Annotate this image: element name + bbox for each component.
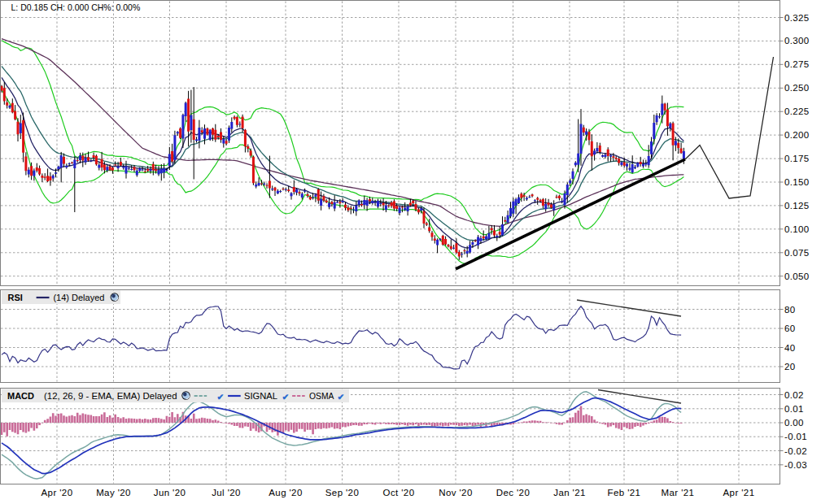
- svg-text:Apr '21: Apr '21: [723, 488, 755, 497]
- svg-text:0.100: 0.100: [784, 224, 810, 234]
- svg-text:Oct '20: Oct '20: [383, 488, 415, 497]
- svg-text:0.075: 0.075: [784, 248, 810, 258]
- svg-text:0.00: 0.00: [784, 418, 804, 428]
- svg-text:(12, 26, 9 - EMA, EMA) Delayed: (12, 26, 9 - EMA, EMA) Delayed: [44, 391, 177, 401]
- svg-text:MACD: MACD: [7, 391, 34, 401]
- svg-text:(14) Delayed: (14) Delayed: [53, 293, 104, 302]
- svg-text:L: D0.185 CH: 0.000 CH%: 0.00%: L: D0.185 CH: 0.000 CH%: 0.00%: [11, 2, 141, 12]
- svg-text:0.300: 0.300: [784, 36, 810, 46]
- svg-text:Apr '20: Apr '20: [41, 488, 73, 497]
- svg-text:-0.02: -0.02: [784, 446, 807, 456]
- svg-text:0.125: 0.125: [784, 201, 810, 211]
- svg-text:Aug '20: Aug '20: [269, 488, 302, 497]
- svg-text:✔: ✔: [217, 392, 225, 402]
- svg-text:✔: ✔: [282, 392, 290, 402]
- svg-text:-0.03: -0.03: [784, 460, 807, 470]
- svg-text:0.150: 0.150: [784, 177, 810, 187]
- svg-text:0.01: 0.01: [784, 404, 804, 414]
- svg-text:0.02: 0.02: [784, 390, 804, 400]
- svg-text:0.275: 0.275: [784, 59, 810, 69]
- svg-text:0.325: 0.325: [784, 13, 810, 23]
- svg-text:0.250: 0.250: [784, 83, 810, 93]
- svg-text:SIGNAL: SIGNAL: [244, 391, 278, 401]
- svg-text:0.200: 0.200: [784, 130, 810, 140]
- svg-text:Sep '20: Sep '20: [325, 488, 359, 497]
- svg-text:80: 80: [784, 305, 796, 315]
- svg-text:20: 20: [784, 362, 796, 371]
- svg-text:May '20: May '20: [96, 488, 131, 497]
- svg-text:✔: ✔: [338, 392, 345, 402]
- svg-text:Nov '20: Nov '20: [439, 488, 472, 497]
- svg-text:Jun '20: Jun '20: [154, 488, 186, 497]
- svg-text:Dec '20: Dec '20: [496, 488, 530, 497]
- svg-text:Jul '20: Jul '20: [212, 488, 241, 497]
- svg-text:0.225: 0.225: [784, 106, 810, 116]
- svg-text:-0.01: -0.01: [784, 432, 807, 441]
- svg-text:Feb '21: Feb '21: [608, 488, 641, 497]
- svg-text:Mar '21: Mar '21: [662, 488, 695, 497]
- svg-text:OSMA: OSMA: [309, 391, 334, 401]
- svg-text:Jan '21: Jan '21: [553, 488, 586, 497]
- svg-text:60: 60: [784, 324, 796, 333]
- svg-text:40: 40: [784, 343, 796, 353]
- svg-text:0.175: 0.175: [784, 154, 810, 163]
- svg-text:RSI: RSI: [8, 293, 23, 302]
- svg-text:0.050: 0.050: [784, 272, 810, 281]
